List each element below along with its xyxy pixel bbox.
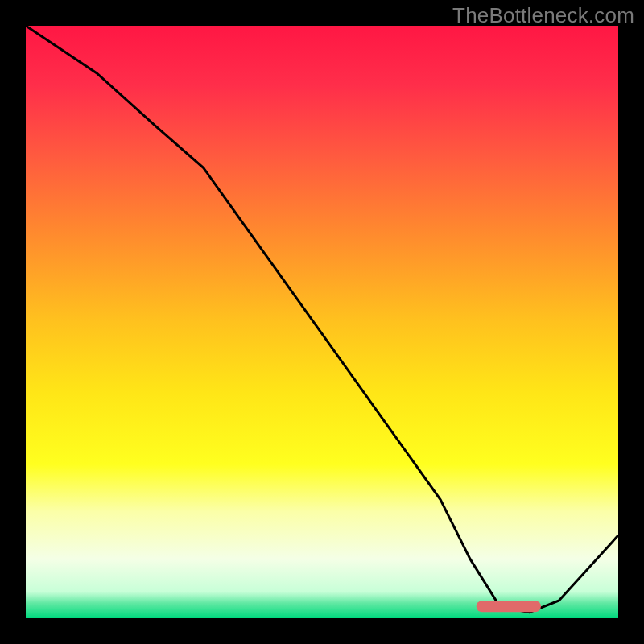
- bottleneck-chart: [0, 0, 644, 644]
- gradient-background: [26, 26, 618, 618]
- chart-container: TheBottleneck.com: [0, 0, 644, 644]
- watermark-text: TheBottleneck.com: [452, 3, 634, 28]
